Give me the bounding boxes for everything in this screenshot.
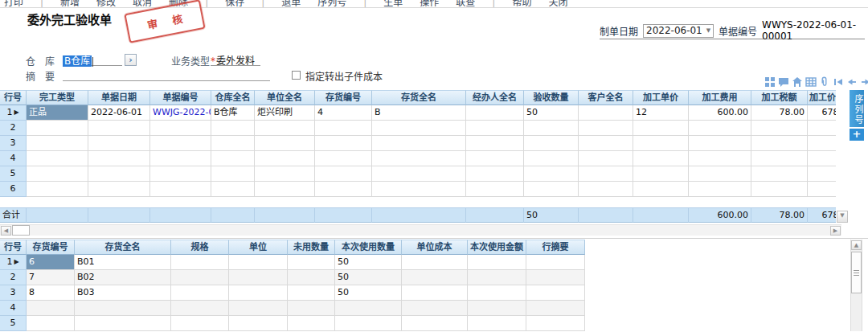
row-number-cell[interactable]: 1▶ bbox=[0, 105, 27, 121]
cell[interactable] bbox=[751, 136, 808, 151]
row-number-cell[interactable]: 4 bbox=[0, 301, 27, 316]
cell[interactable] bbox=[466, 136, 524, 151]
cell[interactable] bbox=[524, 121, 579, 136]
cell[interactable] bbox=[288, 301, 335, 316]
cell[interactable] bbox=[315, 166, 372, 182]
horizontal-scrollbar[interactable]: ◀ ▶ bbox=[0, 224, 841, 236]
column-header[interactable]: 单位全名 bbox=[255, 90, 315, 105]
cell[interactable] bbox=[255, 121, 315, 136]
cell[interactable]: B03 bbox=[75, 285, 171, 301]
cell[interactable] bbox=[315, 121, 372, 136]
column-header[interactable]: 单位成本 bbox=[402, 240, 468, 255]
row-number-cell[interactable]: 5 bbox=[0, 166, 27, 182]
add-row-button[interactable]: + bbox=[850, 129, 864, 141]
cell[interactable] bbox=[229, 255, 288, 270]
cell[interactable] bbox=[372, 182, 466, 197]
cell[interactable] bbox=[689, 136, 751, 151]
cell[interactable]: 2022-06-01 bbox=[88, 105, 150, 121]
first-record-icon[interactable] bbox=[833, 76, 844, 88]
cell[interactable] bbox=[288, 255, 335, 270]
row-number-cell[interactable]: 3 bbox=[0, 285, 27, 301]
cell[interactable] bbox=[402, 255, 468, 270]
menu-item[interactable]: 修改 bbox=[96, 0, 116, 8]
cell[interactable] bbox=[335, 301, 402, 316]
cell[interactable]: 50 bbox=[335, 255, 402, 270]
menu-item[interactable]: 联查 bbox=[456, 0, 475, 8]
column-header[interactable]: 加工单价 bbox=[633, 90, 689, 105]
horizontal-scroll-thumb[interactable] bbox=[12, 225, 30, 236]
cell[interactable]: 7 bbox=[27, 270, 75, 285]
cell[interactable] bbox=[466, 166, 524, 182]
cell[interactable] bbox=[526, 270, 585, 285]
cell[interactable] bbox=[372, 121, 466, 136]
bill-no-field[interactable]: WWYS-2022-06-01-00001 bbox=[762, 19, 865, 42]
row-number-cell[interactable]: 5 bbox=[0, 316, 27, 331]
cell[interactable] bbox=[808, 121, 836, 136]
cell[interactable] bbox=[27, 301, 75, 316]
menu-item[interactable]: 新增 bbox=[60, 0, 80, 8]
cell[interactable] bbox=[689, 182, 751, 197]
cell[interactable] bbox=[255, 151, 315, 166]
cell[interactable] bbox=[808, 136, 836, 151]
cell[interactable] bbox=[526, 255, 585, 270]
column-header[interactable]: 本次使用数量 bbox=[335, 240, 402, 255]
cell[interactable] bbox=[88, 136, 150, 151]
cell[interactable]: 600.00 bbox=[689, 105, 751, 121]
cell[interactable] bbox=[150, 121, 211, 136]
menu-item[interactable]: 取消 bbox=[133, 0, 152, 8]
cell[interactable] bbox=[466, 121, 524, 136]
cell[interactable] bbox=[315, 182, 372, 197]
menu-item[interactable]: 生单 bbox=[383, 0, 403, 8]
column-header[interactable]: 本次使用金额 bbox=[468, 240, 526, 255]
cell[interactable] bbox=[150, 151, 211, 166]
cell[interactable] bbox=[171, 285, 229, 301]
cell[interactable] bbox=[524, 151, 579, 166]
menu-item[interactable]: 帮助 bbox=[512, 0, 531, 8]
cell[interactable] bbox=[526, 316, 585, 331]
menu-item[interactable]: 保存 bbox=[225, 0, 244, 8]
biz-type-field[interactable]: *委外发料 bbox=[211, 53, 260, 66]
column-header[interactable]: 仓库全名 bbox=[211, 90, 255, 105]
cell[interactable] bbox=[633, 182, 689, 197]
cell[interactable] bbox=[633, 121, 689, 136]
column-header[interactable]: 验收数量 bbox=[524, 90, 579, 105]
cell[interactable] bbox=[229, 316, 288, 331]
cell[interactable] bbox=[526, 285, 585, 301]
cell[interactable] bbox=[315, 136, 372, 151]
cell[interactable]: B仓库 bbox=[211, 105, 255, 121]
cell[interactable] bbox=[171, 316, 229, 331]
cell[interactable] bbox=[579, 121, 633, 136]
cell[interactable] bbox=[229, 270, 288, 285]
cell[interactable] bbox=[255, 136, 315, 151]
cell[interactable] bbox=[808, 182, 836, 197]
row-number-cell[interactable]: 6 bbox=[0, 182, 27, 197]
home-icon[interactable] bbox=[792, 76, 803, 88]
cell[interactable] bbox=[402, 270, 468, 285]
menu-item[interactable]: 关闭 bbox=[548, 0, 567, 8]
cell[interactable]: B02 bbox=[75, 270, 171, 285]
cell[interactable] bbox=[468, 301, 526, 316]
cell[interactable] bbox=[171, 301, 229, 316]
cell[interactable] bbox=[211, 121, 255, 136]
cell[interactable] bbox=[211, 151, 255, 166]
scroll-up-button[interactable]: ▲ bbox=[851, 240, 862, 250]
cell[interactable] bbox=[27, 151, 88, 166]
cell[interactable] bbox=[27, 182, 88, 197]
cell[interactable] bbox=[466, 105, 524, 121]
cell[interactable] bbox=[579, 105, 633, 121]
cell[interactable] bbox=[466, 182, 524, 197]
cell[interactable] bbox=[524, 166, 579, 182]
cell[interactable] bbox=[335, 316, 402, 331]
cell[interactable] bbox=[88, 121, 150, 136]
cell[interactable] bbox=[808, 151, 836, 166]
cell[interactable] bbox=[689, 166, 751, 182]
row-number-cell[interactable]: 3 bbox=[0, 136, 27, 151]
row-number-cell[interactable]: 1▶ bbox=[0, 255, 27, 270]
cell[interactable] bbox=[372, 151, 466, 166]
cell[interactable] bbox=[468, 270, 526, 285]
next-record-icon[interactable] bbox=[860, 76, 868, 88]
cell[interactable] bbox=[150, 136, 211, 151]
comment-icon[interactable] bbox=[778, 76, 789, 88]
menu-item[interactable]: 打印 bbox=[4, 0, 23, 8]
cell[interactable] bbox=[27, 316, 75, 331]
